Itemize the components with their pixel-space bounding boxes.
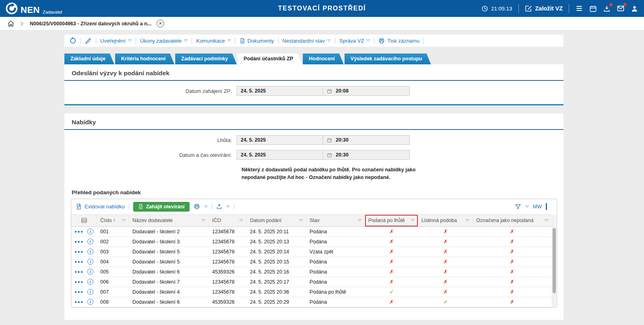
row-info-icon[interactable]: i: [87, 299, 93, 305]
table-row[interactable]: ●●● i 008 Dodavatel - školení 6 45359326…: [71, 297, 551, 307]
cell-supplier: Dodavatel - školení 7: [129, 279, 209, 285]
edit-pencil-icon[interactable]: [85, 37, 92, 44]
row-menu-icon[interactable]: ●●●: [74, 280, 84, 284]
row-info-icon[interactable]: i: [87, 289, 93, 295]
cell-ico: 12345678: [209, 239, 247, 245]
row-info-icon[interactable]: i: [87, 239, 93, 245]
chevron-down-icon[interactable]: [525, 206, 529, 208]
downloads-icon[interactable]: [603, 5, 611, 12]
messages-icon[interactable]: [617, 4, 625, 12]
row-menu-icon[interactable]: ●●●: [74, 290, 84, 294]
cell-paper-mark: ✗: [418, 239, 473, 245]
menu-hamburger-icon[interactable]: [575, 4, 583, 12]
menu-dokumenty[interactable]: Dokumenty: [239, 38, 274, 44]
start-opening-button[interactable]: Zahájit otevírání: [133, 202, 190, 212]
column-settings-button[interactable]: [71, 215, 97, 226]
chevron-down-icon[interactable]: [204, 206, 208, 208]
start-time-value: 20:08: [336, 88, 349, 94]
chevron-down-icon: [327, 39, 331, 42]
record-tabs: Základní údaje Kritéria hodnocení Zadáva…: [64, 53, 564, 64]
deadline-datetime-field: 24. 5. 2025 20:30: [237, 135, 410, 145]
cell-status: Podána: [306, 299, 365, 305]
table-row[interactable]: ●●● i 007 Dodavatel - školení 4 12345678…: [71, 287, 551, 297]
home-icon[interactable]: [7, 20, 14, 27]
breadcrumb-record[interactable]: N006/25/V00004963 - Zřízení datových okr…: [30, 21, 151, 27]
header-stav[interactable]: Stav: [306, 215, 365, 226]
table-row[interactable]: ●●● i 002 Dodavatel - školení 3 12345678…: [71, 237, 551, 247]
create-vz-button[interactable]: Založit VZ: [525, 5, 563, 12]
menu-sprava-vz[interactable]: Správa VZ: [339, 38, 370, 44]
cell-ico: 12345678: [209, 249, 247, 255]
table-row[interactable]: ●●● i 004 Dodavatel - školení 5 12345678…: [71, 257, 551, 267]
header-podana-po-lhute[interactable]: Podaná po lhůtě: [365, 215, 418, 226]
tab-vysledek-zadavaciho-postupu[interactable]: Výsledek zadávacího postupu: [345, 53, 431, 64]
toolbar-separator: [278, 38, 279, 44]
cell-supplier: Dodavatel - školení 6: [129, 269, 209, 275]
tab-zadavaci-podminky[interactable]: Zadávací podmínky: [175, 53, 237, 64]
deadline-time-value: 20:30: [336, 137, 349, 143]
menu-uverejneni[interactable]: Uveřejnění: [100, 38, 132, 44]
tab-kriteria-hodnoceni[interactable]: Kritéria hodnocení: [115, 53, 174, 64]
mw-link[interactable]: MW: [533, 204, 542, 210]
table-row[interactable]: ●●● i 003 Dodavatel - školení 5 12345678…: [71, 247, 551, 257]
filter-funnel-icon[interactable]: [515, 204, 521, 210]
header-listinna-podoba[interactable]: Listinná podoba: [418, 215, 473, 226]
menu-komunikace[interactable]: Komunikace: [196, 38, 231, 44]
offers-section: Nabídky Lhůta: 24. 5. 2025 20:30 Datum a…: [64, 113, 564, 320]
row-info-icon[interactable]: i: [87, 269, 93, 275]
row-info-icon[interactable]: i: [87, 249, 93, 255]
cell-not-submitted-mark: ✗: [473, 259, 551, 265]
header-cislo[interactable]: Číslo↑: [97, 215, 129, 226]
row-info-icon[interactable]: i: [87, 259, 93, 265]
row-menu-icon[interactable]: ●●●: [74, 239, 84, 244]
row-menu-icon[interactable]: ●●●: [74, 249, 84, 254]
section-divider: [64, 129, 564, 130]
cell-supplier: Dodavatel - školení 6: [129, 299, 209, 305]
row-info-icon[interactable]: i: [87, 279, 93, 285]
close-record-icon[interactable]: ✕: [157, 20, 164, 27]
cell-status: Podána: [306, 229, 365, 234]
table-row[interactable]: ●●● i 001 Dodavatel - školení 2 12345678…: [71, 227, 551, 237]
header-ico[interactable]: IČO: [209, 215, 247, 226]
user-profile-icon[interactable]: [631, 5, 638, 12]
field-label-opening: Datum a čas otevírání:: [64, 152, 237, 158]
table-row[interactable]: ●●● i 006 Dodavatel - školení 7 12345678…: [71, 277, 551, 287]
nen-logo[interactable]: NEN Zadavatel: [6, 2, 62, 14]
menu-ukony-zadavatele[interactable]: Úkony zadavatele: [140, 38, 188, 44]
filter-chevron-icon: [466, 219, 469, 222]
session-clock: 21:05:13: [481, 5, 512, 12]
tab-hodnoceni[interactable]: Hodnocení: [303, 53, 344, 64]
tab-podani-ucastniku-zp[interactable]: Podání účastníků ZP: [237, 53, 302, 64]
row-menu-icon[interactable]: ●●●: [74, 269, 84, 274]
header-oznacena-jako-nepodana[interactable]: Označena jako nepodaná: [473, 215, 551, 226]
history-icon[interactable]: [69, 37, 76, 44]
row-menu-icon[interactable]: ●●●: [74, 229, 84, 234]
table-scrollbar[interactable]: [552, 215, 556, 307]
header-nazev-dodavatele[interactable]: Název dodavatele: [129, 215, 209, 226]
table-scrollbar-thumb[interactable]: [553, 228, 556, 293]
clock-time: 21:05:13: [491, 6, 512, 12]
filter-chevron-icon: [358, 219, 361, 222]
cell-supplier: Dodavatel - školení 4: [129, 289, 209, 295]
table-row[interactable]: ●●● i 005 Dodavatel - školení 6 45359326…: [71, 267, 551, 277]
register-offer-button[interactable]: Evidovat nabídku: [76, 204, 125, 210]
offers-table-body: ●●● i 001 Dodavatel - školení 2 12345678…: [71, 227, 551, 307]
toolbar-separator: [129, 204, 129, 210]
toolbar-separator: [235, 38, 235, 44]
print-table-icon[interactable]: [194, 204, 200, 210]
header-datum-podani[interactable]: Datum podání: [247, 215, 306, 226]
tab-zakladni-udaje[interactable]: Základní údaje: [64, 53, 114, 64]
row-menu-icon[interactable]: ●●●: [74, 300, 84, 304]
row-menu-icon[interactable]: ●●●: [74, 259, 84, 264]
calendar-small-icon: [327, 138, 332, 143]
menu-nestandardni-stav[interactable]: Nestandardní stav: [283, 38, 331, 44]
cell-submitted: 24. 5. 2025 20:16: [247, 269, 306, 275]
cell-not-submitted-mark: ✗: [473, 269, 551, 275]
calendar-icon[interactable]: [589, 5, 597, 12]
calendar-small-icon: [327, 88, 332, 94]
offers-table-toolbar: Evidovat nabídku Zahájit otevírání: [71, 199, 551, 214]
menu-tisk-zaznamu[interactable]: Tisk záznamu: [378, 38, 419, 44]
row-info-icon[interactable]: i: [87, 228, 93, 234]
export-table-icon[interactable]: [216, 204, 222, 210]
chevron-down-icon[interactable]: [226, 206, 230, 208]
